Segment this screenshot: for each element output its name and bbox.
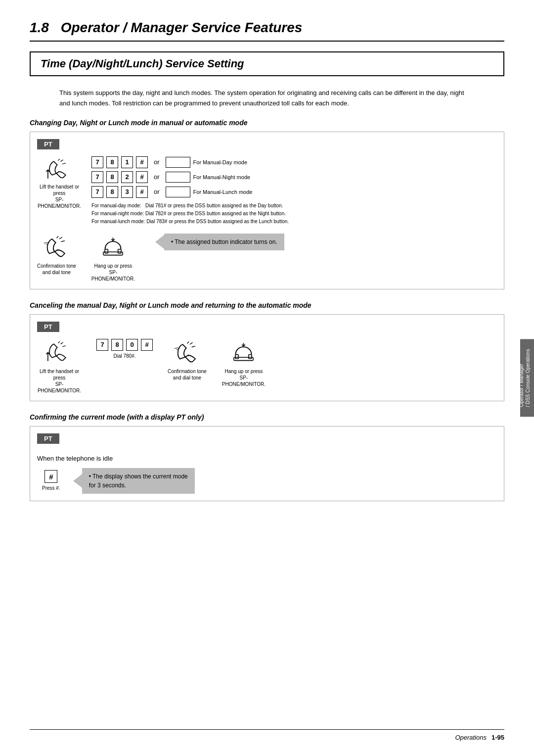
diag3-callout-container: • The display shows the current mode for… [73,468,195,494]
key-hash-1: # [136,156,148,168]
diag1-right: 7 8 1 # or For Manual-Day mode 7 8 [91,156,497,226]
or-3: or [154,188,160,195]
diag2-conf-icon [174,339,201,366]
or-1: or [154,158,160,166]
footer-ops-label: Operations [455,734,487,741]
key-7-1: 7 [91,156,103,168]
key-7-2: 7 [91,171,103,183]
hash-key-box: # [44,470,57,483]
note-2: For manual-night mode: Dial 782# or pres… [91,210,339,218]
callout-container: • The assigned button indicator turns on… [155,234,284,250]
diagram3-box: PT When the telephone is idle # Press #.… [30,426,504,501]
or-2: or [154,173,160,181]
diag2-conf-col: Confirmation toneand dial tone [168,339,207,381]
footer: Operations 1-95 [30,729,504,741]
d2-key-8: 8 [111,339,123,351]
side-tab-text: Operator / Manager/ DSS Console Operatio… [518,349,531,407]
diag2-lift-col: Lift the handset or pressSP-PHONE/MONITO… [37,339,82,394]
diag3-row: # Press #. • The display shows the curre… [42,468,497,494]
svg-rect-17 [249,354,252,358]
notes-text: For manual-day mode: Dial 781# or press … [91,202,339,226]
hangup-icon [99,234,127,261]
diag2-keys-col: 7 8 0 # Dial 780#. [96,339,153,359]
key-2-2: 2 [121,171,133,183]
key-sequences: 7 8 1 # or For Manual-Day mode 7 8 [91,156,252,198]
diag2-inner: Lift the handset or pressSP-PHONE/MONITO… [37,339,497,394]
diag3-callout-text: • The display shows the current mode for… [89,473,188,489]
svg-rect-8 [118,249,121,253]
hangup-label: Hang up or pressSP-PHONE/MONITOR. [91,263,135,282]
key-8-3: 8 [106,186,118,198]
callout-body: • The assigned button indicator turns on… [164,234,284,250]
key-row-3: 7 8 3 # or For Manual-Lunch mode [91,186,252,198]
svg-line-10 [61,342,63,344]
svg-line-12 [187,341,189,343]
diag2-conf-label: Confirmation toneand dial tone [168,368,207,381]
note-3: For manual-lunch mode: Dial 783# or pres… [91,218,339,226]
key-7-3: 7 [91,186,103,198]
diag2-hangup-label: Hang up or pressSP-PHONE/MONITOR. [222,368,266,387]
callout-text: • The assigned button indicator turns on… [171,238,277,245]
note-1: For manual-day mode: Dial 781# or press … [91,202,339,210]
sub-title: Time (Day/Night/Lunch) Service Setting [41,57,493,70]
press-hash-label: Press #. [42,485,60,491]
mode-label-2: For Manual-Night mode [193,174,251,180]
key-3-3: 3 [121,186,133,198]
d2-key-hash: # [141,339,153,351]
footer-page-number: 1-95 [491,734,504,741]
section3-heading: Confirming the current mode (with a disp… [30,413,504,421]
conf-tone-icon [43,234,70,261]
diag3-callout-tri [73,474,82,488]
lift-handset-icon [44,156,74,184]
mode-label-1: For Manual-Day mode [193,159,247,165]
main-title: 1.8 Operator / Manager Service Features [30,20,504,42]
key-row-2: 7 8 2 # or For Manual-Night mode [91,171,252,183]
pt-label-1: PT [37,139,59,149]
hash-key-label: # [49,472,53,481]
svg-line-0 [58,159,59,160]
callout-triangle [155,235,164,249]
key-8-2: 8 [106,171,118,183]
pt-label-2: PT [37,322,59,332]
diag3-callout-body: • The display shows the current mode for… [82,468,195,494]
section-num: 1.8 [30,20,49,35]
lift-handset-col: Lift the handset or press SP-PHONE/MONIT… [37,156,82,209]
key-row-1: 7 8 1 # or For Manual-Day mode [91,156,252,168]
conf-tone-label: Confirmation toneand dial tone [37,263,76,276]
hash-key-col: # Press #. [42,470,60,491]
svg-rect-7 [105,249,108,253]
page-container: 1.8 Operator / Manager Service Features … [0,0,534,543]
dss-btn-2 [166,172,190,183]
svg-rect-6 [103,252,123,255]
conf-tone-col: Confirmation toneand dial tone [37,234,76,276]
d2-key-0: 0 [126,339,138,351]
intro-text: This system supports the day, night and … [59,88,475,109]
key-8-1: 8 [106,156,118,168]
sub-title-box: Time (Day/Night/Lunch) Service Setting [30,51,504,76]
side-tab: Operator / Manager/ DSS Console Operatio… [520,339,534,417]
dial-label: Dial 780#. [113,353,135,359]
diagram2-box: PT Lift the handset or pressSP-PHONE/MON… [30,314,504,401]
diag2-hangup-col: Hang up or pressSP-PHONE/MONITOR. [222,339,266,387]
dss-btn-3 [166,187,190,197]
mode-label-3: For Manual-Lunch mode [193,189,253,195]
pt-label-3: PT [37,433,59,444]
diag2-key-row: 7 8 0 # [96,339,153,351]
svg-line-5 [61,240,65,241]
diag2-lift-icon [44,339,74,366]
when-idle-text: When the telephone is idle [37,455,497,462]
lift-label: Lift the handset or press SP-PHONE/MONIT… [37,184,82,209]
diag2-hangup-icon [230,339,257,366]
diag1-lower: Confirmation toneand dial tone Hang up o… [37,230,497,282]
svg-line-1 [61,160,63,161]
svg-rect-16 [235,354,238,358]
section1-heading: Changing Day, Night or Lunch mode in man… [30,119,504,127]
svg-line-11 [62,345,66,346]
svg-line-9 [58,341,59,343]
svg-line-3 [56,236,58,238]
section2-heading: Canceling the manual Day, Night or Lunch… [30,301,504,309]
d2-key-7: 7 [96,339,108,351]
key-hash-3: # [136,186,148,198]
dss-btn-1 [166,157,190,168]
hangup-col: Hang up or pressSP-PHONE/MONITOR. [91,234,135,282]
